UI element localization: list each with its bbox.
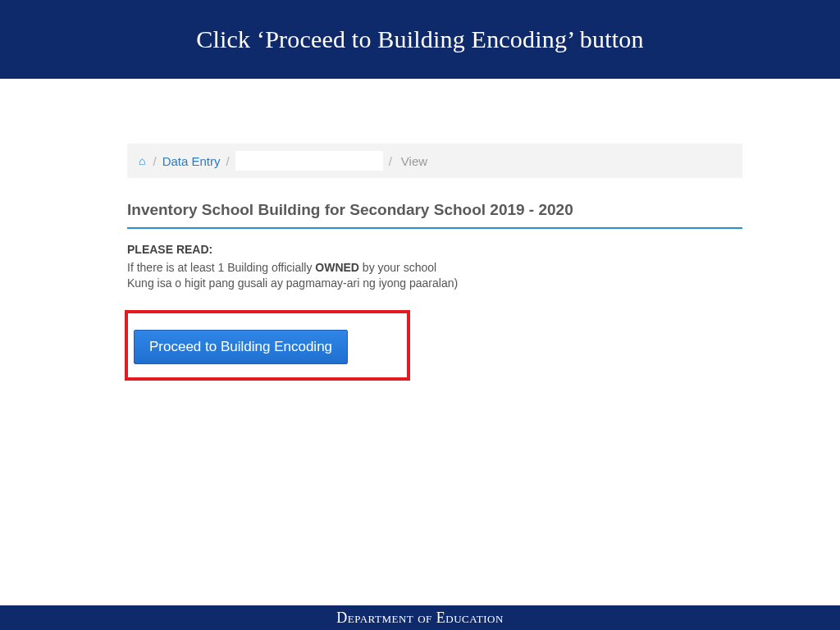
proceed-button[interactable]: Proceed to Building Encoding [134, 330, 348, 364]
breadcrumb: ⌂ / Data Entry / / View [127, 144, 742, 178]
page-heading: Inventory School Building for Secondary … [127, 201, 742, 219]
breadcrumb-data-entry[interactable]: Data Entry [162, 154, 221, 168]
footer-text: Department of Education [336, 609, 504, 627]
note-owned: OWNED [315, 261, 359, 274]
note-line1c: by your school [359, 261, 436, 274]
breadcrumb-separator: / [389, 154, 392, 168]
breadcrumb-separator: / [153, 154, 156, 168]
note-line1a: If there is at least 1 Building official… [127, 261, 315, 274]
breadcrumb-blank [235, 151, 383, 171]
heading-rule [127, 227, 742, 229]
footer-bar: Department of Education [0, 605, 840, 630]
note-label: PLEASE READ: [127, 242, 742, 258]
instruction-note: PLEASE READ: If there is at least 1 Buil… [127, 242, 742, 292]
title-bar: Click ‘Proceed to Building Encoding’ but… [0, 0, 840, 79]
breadcrumb-separator: / [226, 154, 230, 168]
slide: Click ‘Proceed to Building Encoding’ but… [0, 0, 840, 630]
content-area: ⌂ / Data Entry / / View Inventory School… [127, 144, 742, 292]
breadcrumb-view: View [401, 154, 427, 168]
note-line2: Kung isa o higit pang gusali ay pagmamay… [127, 276, 458, 290]
home-icon[interactable]: ⌂ [139, 154, 145, 167]
slide-title: Click ‘Proceed to Building Encoding’ but… [196, 25, 643, 53]
